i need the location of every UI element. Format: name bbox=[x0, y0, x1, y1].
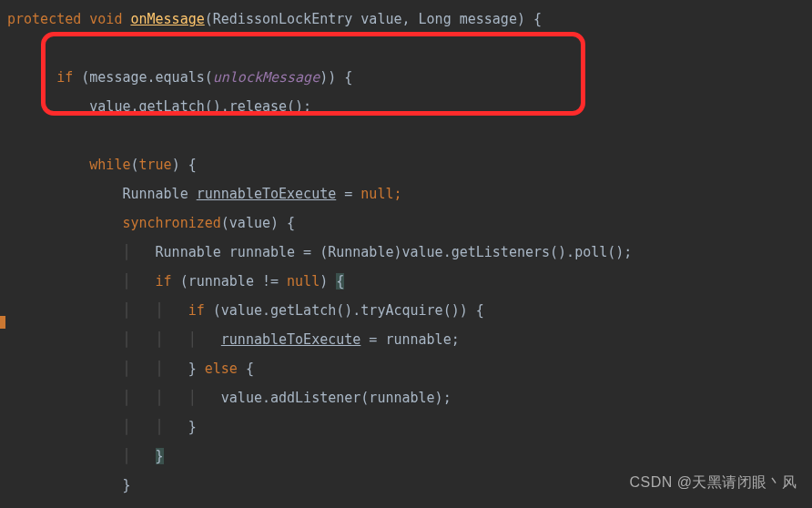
code-token: (runnable != bbox=[180, 273, 287, 290]
code-token: } bbox=[122, 477, 130, 493]
code-token: )) { bbox=[320, 69, 352, 86]
code-token: Runnable bbox=[122, 186, 196, 202]
identifier: runnableToExecute bbox=[197, 186, 337, 202]
code-token: (value.getLatch().tryAcquire()) { bbox=[213, 302, 484, 319]
code-token: = runnable; bbox=[360, 331, 459, 348]
code-token: } bbox=[188, 419, 197, 435]
code-token: (RedissonLockEntry value, Long message) … bbox=[205, 11, 542, 27]
identifier: runnableToExecute bbox=[221, 331, 361, 348]
code-token: ( bbox=[130, 157, 138, 173]
code-token: value.getLatch().release(); bbox=[89, 98, 311, 115]
brace-highlight: } bbox=[156, 448, 164, 464]
keyword-true: true bbox=[139, 157, 172, 173]
identifier: unlockMessage bbox=[213, 69, 320, 86]
code-token: value.addListener(runnable); bbox=[221, 390, 452, 406]
code-token: ) { bbox=[172, 157, 197, 173]
gutter-indicator bbox=[0, 316, 5, 329]
method-name: onMessage bbox=[130, 11, 204, 27]
keyword-null: null bbox=[360, 186, 393, 202]
keyword-else: else bbox=[205, 361, 246, 377]
keyword-sync: synchronized bbox=[122, 215, 220, 231]
code-token: } bbox=[188, 361, 205, 377]
code-token: (value) { bbox=[221, 215, 295, 231]
code-token: ; bbox=[393, 186, 401, 202]
code-token: = bbox=[336, 186, 360, 202]
keyword-if: if bbox=[56, 69, 81, 86]
keyword-while: while bbox=[89, 157, 130, 173]
code-token: Runnable runnable = (Runnable)value.getL… bbox=[156, 244, 633, 260]
code-token: protected void bbox=[7, 11, 130, 27]
keyword-if: if bbox=[188, 302, 213, 319]
keyword-null: null bbox=[287, 273, 320, 290]
code-token: { bbox=[246, 361, 254, 377]
code-token: ) bbox=[320, 273, 336, 290]
code-token: (message.equals( bbox=[81, 69, 213, 86]
code-editor[interactable]: protected void onMessage(RedissonLockEnt… bbox=[0, 0, 812, 500]
brace-highlight: { bbox=[336, 273, 344, 290]
keyword-if: if bbox=[156, 273, 180, 290]
watermark-text: CSDN @天黑请闭眼丶风 bbox=[629, 468, 797, 497]
